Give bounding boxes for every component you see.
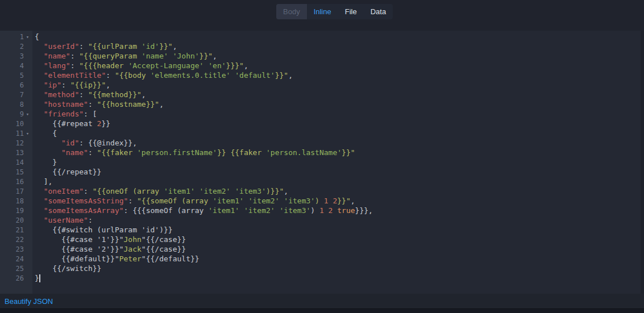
code-line-2[interactable]: "userId": "{{urlParam 'id'}}",: [35, 41, 644, 51]
line-number: 17: [16, 187, 24, 195]
code-line-20[interactable]: "userName":: [35, 215, 644, 225]
gutter-line-20: 20: [0, 215, 32, 225]
gutter-line-18: 18: [0, 196, 32, 206]
line-number: 4: [20, 62, 24, 70]
gutter-line-15: 15: [0, 167, 32, 177]
line-number: 14: [16, 158, 24, 166]
line-number: 20: [16, 216, 24, 224]
line-number: 13: [16, 149, 24, 157]
line-number: 9: [20, 110, 24, 118]
code-line-15[interactable]: {{/repeat}}: [35, 167, 644, 177]
line-number: 10: [16, 120, 24, 128]
code-line-14[interactable]: }: [35, 157, 644, 167]
code-line-3[interactable]: "name": "{{queryParam 'name' 'John'}}",: [35, 51, 644, 61]
tab-body[interactable]: Body: [276, 4, 307, 19]
gutter-line-17: 17: [0, 186, 32, 196]
line-number: 7: [20, 91, 24, 99]
gutter-line-22: 22: [0, 235, 32, 244]
gutter-line-21: 21: [0, 225, 32, 235]
code-line-4[interactable]: "lang": "{{{header 'Accept-Language' 'en…: [35, 61, 644, 70]
gutter-line-14: 14: [0, 157, 32, 167]
line-number: 24: [16, 255, 24, 263]
line-number: 12: [16, 139, 24, 147]
code-line-23[interactable]: {{#case '2'}}"Jack"{{/case}}: [35, 244, 644, 254]
gutter-line-1: 1▾: [0, 32, 32, 41]
line-number: 5: [20, 72, 24, 80]
gutter-line-6: 6: [0, 80, 32, 90]
line-number: 23: [16, 245, 24, 253]
gutter-line-9: 9▾: [0, 109, 32, 119]
code-line-8[interactable]: "hostname": "{{hostname}}",: [35, 99, 644, 109]
code-line-22[interactable]: {{#case '1'}}"John"{{/case}}: [35, 235, 644, 244]
code-line-10[interactable]: {{#repeat 2}}: [35, 119, 644, 128]
code-line-19[interactable]: "someItemsAsArray": {{{someOf (array 'it…: [35, 206, 644, 215]
line-number: 25: [16, 265, 24, 273]
gutter-line-5: 5: [0, 70, 32, 80]
gutter-line-19: 19: [0, 206, 32, 215]
top-bar: BodyInlineFileData: [0, 0, 644, 31]
line-number: 2: [20, 43, 24, 51]
gutter-line-25: 25: [0, 264, 32, 273]
code-line-18[interactable]: "someItemsAsString": "{{someOf (array 'i…: [35, 196, 644, 206]
code-line-24[interactable]: {{#default}}"Peter"{{/default}}: [35, 254, 644, 264]
code-line-21[interactable]: {{#switch (urlParam 'id')}}: [35, 225, 644, 235]
gutter-line-10: 10: [0, 119, 32, 128]
tab-inline[interactable]: Inline: [307, 4, 338, 19]
gutter-line-2: 2: [0, 41, 32, 51]
gutter-line-7: 7: [0, 90, 32, 99]
line-number: 19: [16, 207, 24, 215]
gutter-line-3: 3: [0, 51, 32, 61]
fold-arrow-icon[interactable]: ▾: [24, 111, 31, 117]
code-line-12[interactable]: "id": {{@index}},: [35, 138, 644, 148]
gutter-line-8: 8: [0, 99, 32, 109]
line-number: 15: [16, 168, 24, 176]
line-number: 6: [20, 81, 24, 89]
gutter: 1▾23456789▾1011▾121314151617181920212223…: [0, 31, 32, 294]
code-line-13[interactable]: "name": "{{faker 'person.firstName'}} {{…: [35, 148, 644, 157]
text-cursor: [39, 274, 40, 282]
code-line-5[interactable]: "elementTitle": "{{body 'elements.0.titl…: [35, 70, 644, 80]
line-number: 11: [16, 130, 24, 137]
beautify-json-link[interactable]: Beautify JSON: [5, 297, 53, 306]
line-number: 3: [20, 52, 24, 60]
gutter-line-23: 23: [0, 244, 32, 254]
gutter-line-12: 12: [0, 138, 32, 148]
body-editor[interactable]: 1▾23456789▾1011▾121314151617181920212223…: [0, 31, 644, 294]
tab-file[interactable]: File: [338, 4, 364, 19]
line-number: 26: [16, 274, 24, 282]
line-number: 22: [16, 236, 24, 244]
tab-group: BodyInlineFileData: [276, 4, 393, 19]
code-line-26[interactable]: }: [35, 273, 644, 283]
tab-data[interactable]: Data: [364, 4, 393, 19]
gutter-line-11: 11▾: [0, 128, 32, 138]
code-line-16[interactable]: ],: [35, 177, 644, 186]
line-number: 16: [16, 178, 24, 186]
code-line-11[interactable]: {: [35, 128, 644, 138]
fold-arrow-icon[interactable]: ▾: [24, 34, 31, 40]
line-number: 1: [20, 33, 24, 41]
line-number: 18: [16, 197, 24, 205]
code-line-17[interactable]: "oneItem": "{{oneOf (array 'item1' 'item…: [35, 186, 644, 196]
gutter-line-26: 26: [0, 273, 32, 283]
code-line-9[interactable]: "friends": [: [35, 109, 644, 119]
line-number: 8: [20, 101, 24, 108]
code-area[interactable]: { "userId": "{{urlParam 'id'}}", "name":…: [32, 31, 644, 294]
status-strip: [0, 309, 644, 313]
gutter-line-4: 4: [0, 61, 32, 70]
beautify-bar: Beautify JSON: [0, 294, 644, 309]
line-number: 21: [16, 226, 24, 234]
fold-arrow-icon[interactable]: ▾: [24, 131, 31, 136]
code-line-1[interactable]: {: [35, 32, 644, 41]
gutter-line-24: 24: [0, 254, 32, 264]
code-line-25[interactable]: {{/switch}}: [35, 264, 644, 273]
code-line-7[interactable]: "method": "{{method}}",: [35, 90, 644, 99]
gutter-line-16: 16: [0, 177, 32, 186]
gutter-line-13: 13: [0, 148, 32, 157]
code-line-6[interactable]: "ip": "{{ip}}",: [35, 80, 644, 90]
